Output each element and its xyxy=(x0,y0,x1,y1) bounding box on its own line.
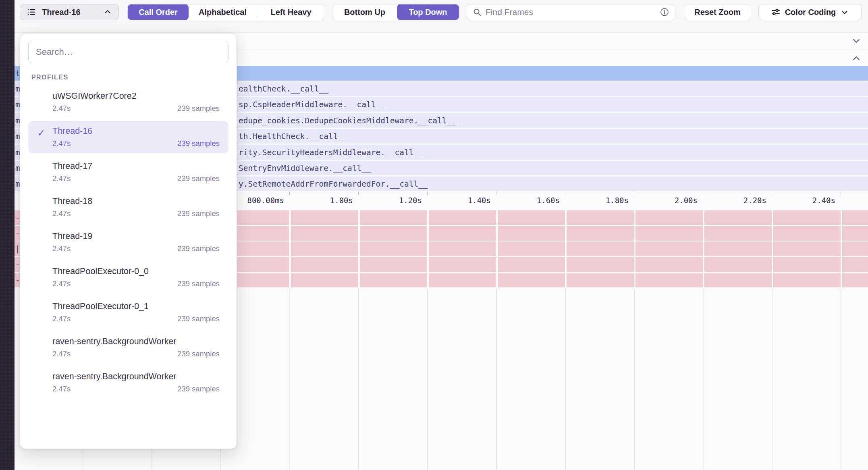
profile-item[interactable]: ✓ Thread-18 2.47s239 samples xyxy=(28,191,228,223)
axis-tick xyxy=(565,191,565,195)
frame-fragment: - xyxy=(15,273,20,287)
chevron-down-icon xyxy=(840,8,849,17)
profile-item[interactable]: ✓ ThreadPoolExecutor-0_0 2.47s239 sample… xyxy=(28,261,228,293)
profile-search-input[interactable] xyxy=(28,41,228,63)
segment-alphabetical[interactable]: Alphabetical xyxy=(189,4,257,20)
find-frames-search[interactable] xyxy=(467,4,675,20)
app-sidebar-rail xyxy=(0,0,15,470)
axis-tick xyxy=(496,191,496,195)
frame-prefix-char: m xyxy=(15,145,20,160)
axis-label: 1.00s xyxy=(330,191,353,210)
profile-item[interactable]: ✓ ThreadPoolExecutor-0_1 2.47s239 sample… xyxy=(28,296,228,329)
gridline xyxy=(772,289,772,470)
profile-item[interactable]: ✓ Thread-19 2.47s239 samples xyxy=(28,226,228,258)
search-icon xyxy=(473,8,482,17)
segment-call-order[interactable]: Call Order xyxy=(128,4,189,20)
find-frames-input[interactable] xyxy=(486,7,656,17)
color-coding-button[interactable]: Color Coding xyxy=(758,4,862,20)
profile-item-selected[interactable]: ✓ Thread-16 2.47s239 samples xyxy=(28,121,228,153)
gridline xyxy=(358,289,359,470)
frame-prefix-char: m xyxy=(15,177,20,191)
profile-item[interactable]: ✓ uWSGIWorker7Core2 2.47s239 samples xyxy=(28,86,228,118)
info-icon[interactable] xyxy=(660,7,669,17)
gridline xyxy=(358,210,360,289)
axis-label: 1.20s xyxy=(399,191,422,210)
axis-label: 2.40s xyxy=(812,191,835,210)
axis-label: 800.00ms xyxy=(247,191,284,210)
axis-tick xyxy=(772,191,772,195)
sort-segmented-control: Call Order Alphabetical Left Heavy xyxy=(127,4,325,20)
direction-segmented-control: Bottom Up Top Down xyxy=(332,4,459,20)
axis-tick xyxy=(427,191,428,195)
frame-prefix-char: m xyxy=(15,161,20,175)
flamegraph-toolbar: Thread-16 Call Order Alphabetical Left H… xyxy=(15,0,868,32)
axis-label: 2.20s xyxy=(743,191,766,210)
gridline xyxy=(772,210,773,289)
collapse-chevron-down-icon[interactable] xyxy=(851,35,862,46)
reset-zoom-button[interactable]: Reset Zoom xyxy=(684,4,751,20)
collapse-chevron-up-icon[interactable] xyxy=(851,53,862,64)
segment-bottom-up[interactable]: Bottom Up xyxy=(332,4,397,20)
frame-label: rity.SecurityHeadersMiddleware.__call__ xyxy=(239,145,423,160)
frame-prefix-char: m xyxy=(15,113,20,128)
gridline xyxy=(427,210,429,289)
axis-tick xyxy=(634,191,634,195)
gridline xyxy=(634,289,635,470)
frame-label: SentryEnvMiddleware.__call__ xyxy=(239,161,371,175)
profile-item[interactable]: ✓ raven-sentry.BackgroundWorker 2.47s239… xyxy=(28,366,228,399)
gridline xyxy=(289,210,291,289)
axis-label: 1.60s xyxy=(537,191,560,210)
axis-tick xyxy=(703,191,703,195)
thread-selector-label: Thread-16 xyxy=(42,8,81,17)
gridline xyxy=(289,289,290,470)
chevron-up-icon xyxy=(103,8,112,17)
gridline xyxy=(841,210,842,289)
frame-prefix-char: m xyxy=(15,97,20,112)
profile-item[interactable]: ✓ raven-sentry.BackgroundWorker 2.47s239… xyxy=(28,331,228,364)
gridline xyxy=(703,289,704,470)
segment-left-heavy[interactable]: Left Heavy xyxy=(257,4,325,20)
frame-prefix-char: m xyxy=(15,81,20,96)
profile-dropdown: PROFILES ✓ uWSGIWorker7Core2 2.47s239 sa… xyxy=(20,33,237,449)
frame-fragment: - xyxy=(15,210,20,225)
frame-prefix-char: t xyxy=(15,66,20,81)
segment-top-down[interactable]: Top Down xyxy=(397,4,459,20)
sliders-icon xyxy=(771,7,781,17)
gridline xyxy=(703,210,704,289)
frame-label: sp.CspHeaderMiddleware.__call__ xyxy=(239,97,385,112)
frame-fragment: | xyxy=(15,241,20,256)
gridline xyxy=(427,289,428,470)
gridline xyxy=(565,210,567,289)
profiles-section-label: PROFILES xyxy=(31,74,228,81)
list-icon xyxy=(27,7,36,17)
axis-label: 1.80s xyxy=(606,191,629,210)
frame-label: y.SetRemoteAddrFromForwardedFor.__call__ xyxy=(239,177,428,191)
gridline xyxy=(841,289,841,470)
frame-fragment: - xyxy=(15,226,20,241)
axis-tick xyxy=(289,191,290,195)
frame-prefix-char: m xyxy=(15,129,20,143)
axis-tick xyxy=(358,191,359,195)
thread-selector-button[interactable]: Thread-16 xyxy=(20,4,119,20)
gridline xyxy=(496,210,498,289)
frame-label: th.HealthCheck.__call__ xyxy=(239,129,347,143)
gridline xyxy=(496,289,497,470)
axis-tick xyxy=(841,191,841,195)
gridline xyxy=(634,210,635,289)
frame-label: edupe_cookies.DedupeCookiesMiddleware.__… xyxy=(239,113,456,128)
gridline xyxy=(565,289,566,470)
frame-fragment: - xyxy=(15,257,20,272)
axis-label: 1.40s xyxy=(468,191,491,210)
profile-item[interactable]: ✓ Thread-17 2.47s239 samples xyxy=(28,156,228,188)
frame-label: ealthCheck.__call__ xyxy=(239,81,328,96)
check-icon: ✓ xyxy=(37,127,45,139)
axis-label: 2.00s xyxy=(675,191,698,210)
